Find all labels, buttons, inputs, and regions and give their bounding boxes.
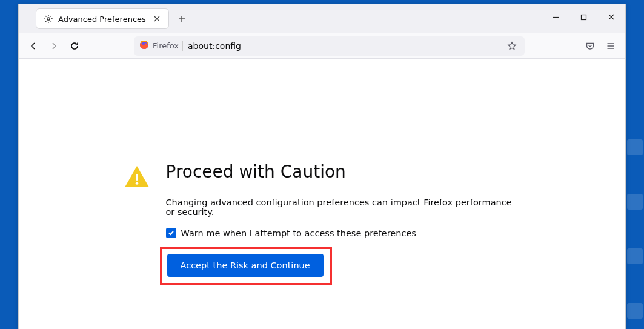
desktop-shortcut[interactable]	[627, 194, 643, 210]
warning-icon	[122, 163, 151, 192]
firefox-window: Advanced Preferences	[18, 4, 626, 329]
maximize-button[interactable]	[569, 4, 597, 30]
highlight-annotation: Accept the Risk and Continue	[160, 247, 332, 285]
close-window-button[interactable]	[597, 4, 625, 30]
svg-point-4	[135, 182, 138, 185]
app-menu-button[interactable]	[601, 36, 620, 56]
warning-subtitle: Changing advanced configuration preferen…	[166, 198, 522, 217]
svg-rect-1	[581, 15, 586, 19]
desktop-shortcut[interactable]	[627, 139, 643, 155]
firefox-icon	[139, 40, 149, 52]
svg-point-0	[47, 18, 50, 20]
reload-button[interactable]	[65, 36, 84, 56]
back-button[interactable]	[24, 36, 43, 56]
desktop-background	[626, 0, 644, 329]
divider	[182, 41, 183, 51]
url-bar[interactable]: Firefox about:config	[134, 36, 525, 56]
bookmark-star-icon[interactable]	[505, 39, 519, 53]
identity-box[interactable]: Firefox	[139, 40, 183, 52]
url-text: about:config	[188, 41, 500, 51]
desktop-shortcut[interactable]	[627, 248, 643, 264]
accept-risk-button[interactable]: Accept the Risk and Continue	[167, 254, 324, 277]
new-tab-button[interactable]	[173, 10, 191, 28]
browser-tab[interactable]: Advanced Preferences	[36, 8, 169, 29]
warning-body: Proceed with Caution Changing advanced c…	[166, 162, 522, 329]
checkbox-icon[interactable]	[166, 228, 176, 238]
pocket-button[interactable]	[580, 36, 600, 56]
tab-title: Advanced Preferences	[58, 15, 147, 24]
close-icon[interactable]	[151, 13, 162, 24]
gear-icon	[44, 14, 53, 24]
navigation-toolbar: Firefox about:config	[19, 33, 625, 59]
window-controls	[542, 4, 625, 30]
warn-checkbox-row[interactable]: Warn me when I attempt to access these p…	[166, 228, 522, 238]
warning-container: Proceed with Caution Changing advanced c…	[122, 162, 522, 329]
desktop-shortcut[interactable]	[627, 303, 643, 319]
minimize-button[interactable]	[542, 4, 569, 30]
svg-rect-3	[136, 174, 138, 181]
tab-bar: Advanced Preferences	[19, 4, 625, 33]
page-title: Proceed with Caution	[166, 162, 522, 182]
page-content: Proceed with Caution Changing advanced c…	[19, 59, 625, 329]
identity-label: Firefox	[153, 41, 179, 50]
forward-button[interactable]	[44, 36, 64, 56]
checkbox-label: Warn me when I attempt to access these p…	[181, 228, 416, 238]
